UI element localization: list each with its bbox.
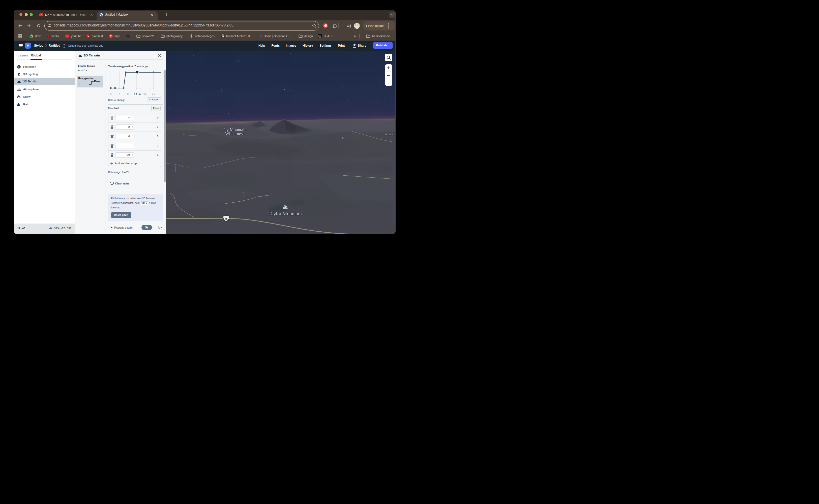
svg-text:Taylor Mountain: Taylor Mountain <box>268 211 302 216</box>
svg-text:8: 8 <box>127 92 129 96</box>
svg-text:D2L: D2L <box>318 35 322 37</box>
svg-text:4: 4 <box>118 92 120 96</box>
svg-text:Wilderness: Wilderness <box>225 131 244 136</box>
svg-text:9: 9 <box>225 217 227 221</box>
svg-text:0: 0 <box>110 92 111 96</box>
svg-text:20: 20 <box>152 92 155 96</box>
svg-text:16: 16 <box>143 92 147 96</box>
svg-text:Haselton: Haselton <box>385 133 394 136</box>
svg-text:12.4: 12.4 <box>134 93 141 96</box>
